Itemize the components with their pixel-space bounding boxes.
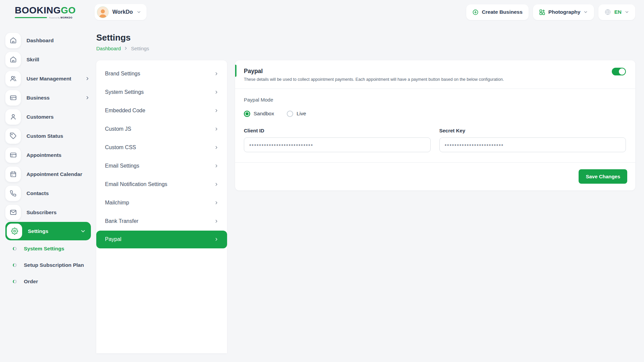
app-logo[interactable]: BOOKINGGO Powered By WORKDO	[15, 6, 72, 19]
bullet-ring-icon	[13, 280, 17, 284]
save-changes-button[interactable]: Save Changes	[579, 169, 627, 184]
chevron-right-icon	[214, 237, 218, 241]
chevron-right-icon	[214, 127, 218, 131]
settings-menu-item-embedded-code[interactable]: Embedded Code	[96, 102, 227, 120]
chevron-right-icon	[214, 109, 218, 113]
chevron-right-icon	[85, 76, 90, 81]
settings-menu-item-bank-transfer[interactable]: Bank Transfer	[96, 212, 227, 231]
header-actions: Create Business Photography EN	[466, 4, 635, 20]
settings-menu-item-brand-settings[interactable]: Brand Settings	[96, 65, 227, 83]
radio-checked-icon[interactable]	[244, 111, 250, 117]
sidebar-item-contacts[interactable]: Contacts	[0, 184, 96, 203]
sidebar-item-customers[interactable]: Customers	[0, 107, 96, 126]
plus-circle-icon	[472, 9, 479, 15]
sidebar-subitem-setup-subscription-plan[interactable]: Setup Subscription Plan	[0, 257, 96, 273]
sidebar-item-settings[interactable]: Settings	[5, 222, 91, 240]
logo-wordmark: BOOKINGGO	[15, 6, 72, 15]
home-icon	[5, 52, 21, 67]
breadcrumb-current: Settings	[131, 46, 149, 51]
workspace-dropdown[interactable]: WorkDo	[95, 4, 147, 20]
credit-card-icon	[5, 147, 21, 163]
language-code: EN	[614, 9, 622, 15]
sidebar-item-custom-status[interactable]: Custom Status	[0, 126, 96, 145]
settings-menu-item-custom-css[interactable]: Custom CSS	[96, 138, 227, 157]
chevron-down-icon	[625, 10, 629, 14]
panel-description: These details will be used to collect ap…	[244, 77, 504, 82]
home-icon	[5, 33, 21, 48]
avatar	[97, 6, 109, 18]
bullet-ring-icon	[13, 247, 17, 251]
chevron-right-icon	[214, 72, 218, 76]
tag-icon	[5, 128, 21, 144]
chevron-down-icon	[137, 10, 141, 14]
gear-icon	[7, 224, 22, 239]
secret-key-field-group: Secret Key	[439, 128, 626, 152]
mail-icon	[5, 205, 21, 220]
secret-key-input[interactable]	[439, 137, 626, 152]
logo-underline	[15, 17, 47, 18]
radio-option-sandbox[interactable]: Sandbox	[244, 111, 274, 117]
globe-icon	[604, 9, 611, 15]
credentials-fields: Client ID Secret Key	[244, 128, 626, 152]
settings-menu-item-custom-js[interactable]: Custom JS	[96, 120, 227, 138]
sidebar-subitem-system-settings[interactable]: System Settings	[0, 240, 96, 257]
workspace-name: WorkDo	[112, 9, 133, 15]
sidebar-item-subscribers[interactable]: Subscribers	[0, 203, 96, 222]
secret-key-label: Secret Key	[439, 128, 626, 133]
breadcrumb-dashboard-link[interactable]: Dashboard	[96, 46, 121, 51]
toggle-knob	[619, 68, 625, 75]
sidebar-item-appointments[interactable]: Appointments	[0, 145, 96, 165]
chevron-down-icon	[80, 229, 86, 234]
user-icon	[5, 109, 21, 125]
grid-plus-icon	[539, 9, 545, 15]
page-title: Settings	[96, 33, 635, 43]
logo-tagline: Powered By WORKDO	[15, 16, 72, 19]
sidebar-item-skrill[interactable]: Skrill	[0, 50, 96, 69]
sidebar-item-dashboard[interactable]: Dashboard	[0, 31, 96, 50]
radio-unchecked-icon[interactable]	[287, 111, 293, 117]
paypal-panel-header: Paypal These details will be used to col…	[235, 60, 635, 89]
calendar-icon	[5, 167, 21, 182]
main-content: Settings Dashboard Settings Brand Settin…	[96, 24, 644, 353]
phone-icon	[5, 186, 21, 201]
client-id-input[interactable]	[244, 137, 431, 152]
paypal-panel-footer: Save Changes	[235, 162, 635, 190]
paypal-panel-body: Paypal Mode Sandbox Live Cli	[235, 89, 635, 162]
chevron-right-icon	[124, 46, 128, 50]
sidebar-subitem-order[interactable]: Order	[0, 273, 96, 290]
chevron-right-icon	[214, 164, 218, 168]
settings-menu-item-mailchimp[interactable]: Mailchimp	[96, 194, 227, 212]
paypal-mode-options: Sandbox Live	[244, 111, 626, 117]
client-id-field-group: Client ID	[244, 128, 431, 152]
breadcrumb: Dashboard Settings	[96, 46, 635, 51]
settings-menu-item-system-settings[interactable]: System Settings	[96, 83, 227, 102]
sidebar: Dashboard Skrill User Management Busines…	[0, 24, 96, 353]
bullet-ring-icon	[13, 263, 17, 267]
chevron-right-icon	[214, 90, 218, 94]
sidebar-item-business[interactable]: Business	[0, 88, 96, 107]
panel-accent-bar	[235, 65, 236, 77]
create-business-button[interactable]: Create Business	[466, 4, 528, 20]
chevron-right-icon	[214, 201, 218, 205]
credit-card-icon	[5, 90, 21, 106]
paypal-panel: Paypal These details will be used to col…	[235, 60, 635, 190]
top-header: BOOKINGGO Powered By WORKDO WorkDo Creat…	[0, 0, 644, 24]
chevron-down-icon	[583, 10, 588, 14]
chevron-right-icon	[214, 219, 218, 223]
panel-title: Paypal	[244, 68, 504, 75]
paypal-enabled-toggle[interactable]	[612, 68, 626, 75]
chevron-right-icon	[214, 182, 218, 186]
settings-menu-card: Brand Settings System Settings Embedded …	[96, 60, 227, 353]
users-icon	[5, 71, 21, 86]
paypal-mode-label: Paypal Mode	[244, 97, 626, 103]
chevron-right-icon	[214, 145, 218, 149]
settings-menu-item-paypal[interactable]: Paypal	[96, 231, 227, 248]
business-selector-dropdown[interactable]: Photography	[533, 4, 594, 20]
chevron-right-icon	[85, 96, 90, 100]
sidebar-item-appointment-calendar[interactable]: Appointment Calendar	[0, 165, 96, 184]
radio-option-live[interactable]: Live	[287, 111, 306, 117]
settings-menu-item-email-settings[interactable]: Email Settings	[96, 157, 227, 175]
settings-menu-item-email-notification-settings[interactable]: Email Notification Settings	[96, 175, 227, 194]
language-dropdown[interactable]: EN	[598, 4, 635, 20]
sidebar-item-user-management[interactable]: User Management	[0, 69, 96, 88]
